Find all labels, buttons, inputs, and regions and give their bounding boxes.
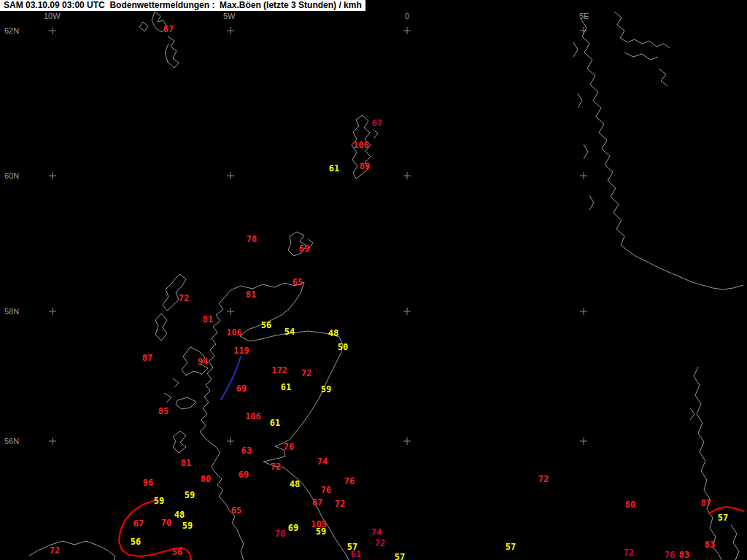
station-gust-value: 72 — [301, 368, 311, 378]
station-gust-value: 76 — [284, 442, 294, 452]
station-gust-value: 89 — [360, 161, 370, 171]
graticule-cross — [403, 438, 411, 445]
weather-map: 6767106896178696572818156544810650119879… — [0, 0, 747, 560]
title-bar: SAM 03.10.09 03:00 UTC Bodenwettermeldun… — [0, 0, 365, 11]
graticule-cross — [49, 172, 56, 179]
station-gust-value: 67 — [133, 518, 144, 529]
coastlines-layer — [29, 12, 743, 560]
coastline-denmark-corner — [731, 525, 739, 560]
latitude-label: 60N — [4, 171, 19, 180]
station-gust-value: 56 — [261, 320, 271, 330]
longitude-label: 5E — [579, 12, 589, 20]
station-gust-value: 57 — [718, 513, 728, 523]
station-gust-value: 87 — [701, 498, 711, 508]
station-gust-value: 54 — [285, 327, 295, 337]
station-gust-value: 74 — [317, 456, 328, 467]
graticule-cross — [403, 27, 411, 34]
stations-layer: 6767106896178696572818156544810650119879… — [50, 24, 728, 560]
station-gust-value: 57 — [395, 552, 405, 560]
station-gust-value: 67 — [163, 24, 174, 34]
graticule-cross — [580, 438, 587, 445]
coastline-norway-main — [581, 19, 743, 289]
station-gust-value: 69 — [236, 384, 247, 394]
coastline-norway-skerry-1 — [573, 42, 578, 57]
graticule-cross — [580, 172, 587, 179]
station-gust-value: 69 — [239, 470, 249, 480]
weather-map-screen: SAM 03.10.09 03:00 UTC Bodenwettermeldun… — [0, 0, 747, 560]
station-gust-value: 80 — [201, 474, 211, 484]
coastline-small-isle-2 — [164, 393, 171, 402]
graticule-cross — [403, 308, 411, 315]
graticule-cross — [227, 438, 234, 445]
graticule-cross — [580, 308, 587, 315]
station-gust-value: 81 — [246, 289, 256, 300]
station-gust-value: 50 — [338, 342, 348, 352]
coastline-islay-jura — [173, 431, 186, 453]
station-gust-value: 96 — [143, 478, 153, 488]
coastline-hebrides-2 — [155, 314, 167, 341]
station-gust-value: 67 — [372, 118, 382, 128]
station-gust-value: 48 — [290, 479, 300, 489]
station-gust-value: 65 — [231, 505, 241, 516]
station-gust-value: 61 — [270, 418, 280, 428]
station-gust-value: 59 — [321, 384, 331, 394]
coastline-norway-fjord-3 — [659, 69, 667, 86]
station-gust-value: 56 — [172, 547, 182, 557]
fronts-layer — [119, 357, 743, 560]
latitude-label: 62N — [4, 26, 19, 35]
station-gust-value: 106 — [226, 327, 242, 338]
graticule-cross — [49, 308, 56, 315]
station-gust-value: 78 — [247, 234, 257, 244]
station-gust-value: 48 — [174, 510, 185, 520]
station-gust-value: 61 — [351, 549, 361, 559]
station-gust-value: 61 — [329, 163, 339, 174]
station-gust-value: 76 — [275, 529, 285, 539]
station-gust-value: 70 — [161, 518, 171, 528]
station-gust-value: 72 — [335, 499, 345, 509]
station-gust-value: 69 — [299, 244, 309, 254]
station-gust-value: 76 — [344, 476, 355, 486]
station-gust-value: 72 — [624, 548, 634, 558]
station-gust-value: 72 — [538, 474, 549, 484]
station-gust-value: 72 — [375, 538, 385, 548]
station-gust-value: 59 — [182, 521, 193, 531]
longitude-label: 10W — [44, 12, 61, 20]
station-gust-value: 76 — [665, 550, 675, 560]
station-gust-value: 83 — [705, 540, 715, 550]
geo-labels-layer: 10W5W05E62N60N58N56N — [4, 12, 589, 446]
coastline-mull — [176, 397, 196, 409]
station-gust-value: 59 — [185, 490, 195, 500]
station-gust-value: 65 — [293, 277, 303, 287]
coastline-faroe-2 — [165, 36, 179, 68]
station-gust-value: 85 — [158, 406, 169, 416]
station-gust-value: 57 — [506, 542, 516, 552]
coastline-small-isle-1 — [173, 378, 179, 387]
graticule-cross — [403, 172, 411, 179]
graticule-cross — [227, 172, 234, 179]
graticule-layer — [49, 27, 587, 445]
station-gust-value: 56 — [131, 537, 141, 547]
latitude-label: 56N — [4, 437, 19, 446]
station-gust-value: 59 — [316, 526, 326, 537]
coastline-norway-skerry-3 — [584, 144, 588, 159]
coastline-norway-fjord-1 — [614, 12, 670, 48]
station-gust-value: 81 — [181, 458, 191, 468]
coastline-norway-skerry-2 — [578, 93, 582, 108]
station-gust-value: 72 — [50, 545, 60, 556]
longitude-label: 5W — [223, 12, 236, 20]
station-gust-value: 72 — [271, 462, 281, 472]
station-gust-value: 76 — [321, 485, 331, 495]
station-gust-value: 61 — [281, 382, 291, 392]
coastline-norway-skerry-4 — [589, 195, 594, 210]
coastline-norway-fjord-2 — [624, 52, 658, 60]
graticule-cross — [227, 27, 234, 34]
coastline-ireland-north — [29, 541, 115, 560]
longitude-label: 0 — [405, 12, 409, 20]
station-gust-value: 172 — [271, 365, 287, 376]
station-gust-value: 72 — [179, 293, 189, 303]
graticule-cross — [49, 438, 56, 445]
station-gust-value: 48 — [328, 328, 338, 338]
station-gust-value: 83 — [679, 550, 689, 560]
station-gust-value: 63 — [241, 446, 252, 456]
station-gust-value: 81 — [203, 314, 213, 324]
